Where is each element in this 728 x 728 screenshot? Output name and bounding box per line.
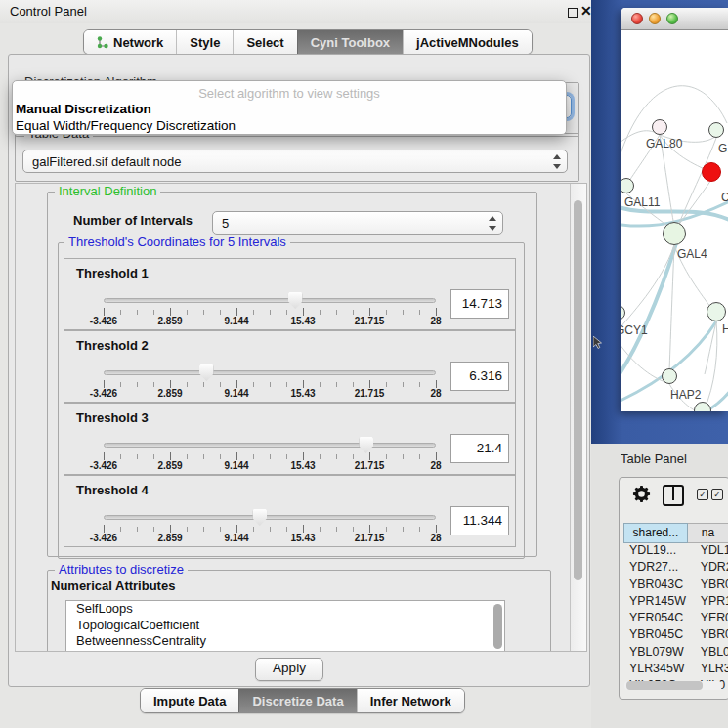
tick-label: 15.43 xyxy=(290,388,315,399)
threshold-row: Threshold 4 -3.426 2.859 9.144 15.43 21.… xyxy=(64,475,516,547)
tick-label: 2.859 xyxy=(157,316,182,326)
threshold-value-field[interactable]: 11.344 xyxy=(450,506,509,535)
popup-option-manual-discretization[interactable]: Manual Discretization xyxy=(16,102,151,116)
node-label: GAL11 xyxy=(624,195,660,209)
float-panel-icon[interactable] xyxy=(568,8,578,18)
tick-label: 15.43 xyxy=(290,316,315,326)
tick-label: 28 xyxy=(430,460,441,471)
node-label: G. xyxy=(718,142,728,155)
cell: YBR0 xyxy=(693,627,728,644)
slider-thumb[interactable] xyxy=(252,509,267,526)
network-canvas[interactable]: GAL80 G. GAL11 C GAL4 GCY1 H HAP2 xyxy=(621,30,728,411)
threshold-value-field[interactable]: 14.713 xyxy=(450,289,509,319)
threshold-slider[interactable] xyxy=(104,436,436,453)
scrollbar-thumb[interactable] xyxy=(626,681,703,690)
tab-jactivemnodules[interactable]: jActiveMNodules xyxy=(403,30,532,54)
network-node[interactable] xyxy=(663,222,686,245)
column-header-name[interactable]: na xyxy=(688,523,728,543)
node-label: C xyxy=(721,191,728,204)
apply-button[interactable]: Apply xyxy=(255,658,323,681)
number-of-intervals-label: Number of Intervals xyxy=(73,213,193,228)
panel-title: Control Panel xyxy=(10,4,87,19)
tab-discretize-data[interactable]: Discretize Data xyxy=(238,689,356,712)
table-row[interactable]: YDR27...YDR2 xyxy=(623,560,728,577)
column-selector-icon[interactable] xyxy=(663,485,684,506)
list-item[interactable]: SelfLoops xyxy=(66,601,504,618)
network-node[interactable] xyxy=(708,122,724,138)
threshold-label: Threshold 2 xyxy=(76,338,149,353)
list-item[interactable]: TopologicalCoefficient xyxy=(66,618,504,634)
tab-impute-data[interactable]: Impute Data xyxy=(141,689,238,712)
slider-thumb[interactable] xyxy=(199,364,214,381)
network-node[interactable] xyxy=(652,119,667,135)
threshold-value-field[interactable]: 6.316 xyxy=(450,362,509,391)
checkbox-icon[interactable]: ✓ xyxy=(697,489,708,500)
cyni-toolbox-panel: Discretization Algorithm Table Data galF… xyxy=(8,54,590,687)
tick-label: 2.859 xyxy=(157,460,182,471)
tick-label: 2.859 xyxy=(157,533,182,543)
threshold-row: Threshold 3 -3.426 2.859 9.144 15.43 21.… xyxy=(64,403,516,475)
tab-label: jActiveMNodules xyxy=(416,31,519,54)
popup-option-equal-width-frequency[interactable]: Equal Width/Frequency Discretization xyxy=(16,118,236,133)
tick-label: -3.426 xyxy=(90,388,117,399)
tab-network[interactable]: Network xyxy=(84,30,176,54)
threshold-slider[interactable] xyxy=(104,508,436,526)
table-row[interactable]: YBR043CYBR0 xyxy=(623,578,728,594)
slider-track xyxy=(104,443,436,448)
cell: YLR3 xyxy=(693,662,728,678)
threshold-label: Threshold 4 xyxy=(76,483,149,497)
tick-label: 28 xyxy=(430,388,441,399)
table-horizontal-scrollbar[interactable] xyxy=(624,681,722,690)
table-data-combobox[interactable]: galFiltered.sif default node xyxy=(22,150,568,173)
tick-label: 21.715 xyxy=(355,460,385,471)
network-edges xyxy=(621,30,728,411)
tick-label: 15.43 xyxy=(290,533,315,543)
cell: YDL1 xyxy=(693,543,728,560)
threshold-slider[interactable] xyxy=(104,291,436,309)
network-node[interactable] xyxy=(662,368,677,384)
table-row[interactable]: YPR145WYPR1 xyxy=(623,594,728,611)
table-row[interactable]: YER054CYER0 xyxy=(623,611,728,627)
node-label: GAL80 xyxy=(646,137,682,150)
close-window-icon[interactable] xyxy=(631,13,643,24)
tab-cyni-toolbox[interactable]: Cyni Toolbox xyxy=(297,30,403,54)
threshold-value-field[interactable]: 21.4 xyxy=(450,434,509,463)
network-window-titlebar xyxy=(621,8,728,30)
numerical-attributes-list[interactable]: SelfLoops TopologicalCoefficient Between… xyxy=(65,600,505,652)
tick-label: 21.715 xyxy=(355,388,385,399)
close-icon[interactable]: ✕ xyxy=(580,3,592,19)
checkbox-icon[interactable]: ✓ xyxy=(711,489,723,500)
cell: YDL19... xyxy=(623,543,693,560)
gear-icon[interactable] xyxy=(632,485,651,503)
network-node-selected[interactable] xyxy=(702,162,721,182)
node-label: HAP2 xyxy=(670,388,701,402)
list-item[interactable]: BetweennessCentrality xyxy=(66,633,504,650)
cell: YBR0 xyxy=(693,578,728,594)
tab-select[interactable]: Select xyxy=(233,30,296,54)
zoom-window-icon[interactable] xyxy=(666,13,678,24)
table-row[interactable]: YDL19...YDL1 xyxy=(623,543,728,560)
slider-thumb[interactable] xyxy=(359,437,373,453)
tab-style[interactable]: Style xyxy=(176,30,233,54)
network-node[interactable] xyxy=(707,302,726,321)
column-header-shared-name[interactable]: shared... xyxy=(623,523,688,543)
table-row[interactable]: YBR045CYBR0 xyxy=(623,627,728,644)
list-scrollbar[interactable] xyxy=(493,604,502,649)
table-row[interactable]: YLR345WYLR3 xyxy=(623,662,728,678)
number-of-intervals-combobox[interactable]: 5 xyxy=(212,211,503,235)
tab-label: Infer Network xyxy=(370,690,451,712)
threshold-row: Threshold 1 -3.426 2.859 9.144 15.43 21.… xyxy=(64,258,516,330)
threshold-slider[interactable] xyxy=(104,364,436,381)
tick-label: 9.144 xyxy=(224,316,248,326)
minimize-window-icon[interactable] xyxy=(649,13,661,24)
tick-label: 9.144 xyxy=(224,460,248,471)
cell: YBL079W xyxy=(623,645,693,662)
scrollbar-thumb[interactable] xyxy=(574,200,582,580)
tab-infer-network[interactable]: Infer Network xyxy=(357,689,464,712)
screen: Control Panel ✕ Network Style Select Cyn… xyxy=(0,0,728,728)
slider-thumb[interactable] xyxy=(288,292,303,309)
table-row[interactable]: YBL079WYBL0 xyxy=(623,645,728,662)
table-panel-inner: ✓ ✓ shared... na YDL19...YDL1 YDR27...YD… xyxy=(619,477,728,700)
tick-label: -3.426 xyxy=(90,316,117,326)
settings-scrollbar[interactable] xyxy=(570,184,586,651)
